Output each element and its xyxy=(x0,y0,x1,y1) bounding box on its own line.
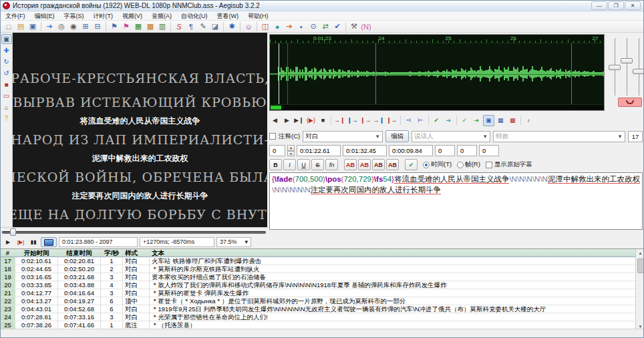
cell-num[interactable]: 23 xyxy=(1,305,15,313)
secondary-marker-1[interactable] xyxy=(375,43,376,104)
play-button[interactable]: ▶ xyxy=(3,237,13,247)
new-file-icon[interactable]: □ xyxy=(3,21,15,32)
menu-item-6[interactable]: 自动化(U) xyxy=(176,11,212,20)
stop-icon[interactable]: ■ xyxy=(317,115,329,126)
secondary-marker-2[interactable] xyxy=(571,43,572,104)
cell-end[interactable]: 0:03:43.88 xyxy=(58,281,101,289)
duration-field[interactable]: 0:00:09.84 xyxy=(389,145,433,156)
outline-color-button[interactable]: AB xyxy=(372,159,385,170)
layer-stepper[interactable]: ▲▼ xyxy=(287,145,295,156)
cell-text[interactable]: 资本家收买的奸细点燃了我们的石油储备 xyxy=(150,273,644,281)
cell-text[interactable]: 火车站 铁路修理厂和列车遭到爆炸袭击 xyxy=(150,257,644,265)
macro-n-icon[interactable]: (N) xyxy=(360,21,372,32)
cell-text[interactable]: ＊光荣属于那些牺牲在革命岗位上的人们! xyxy=(150,313,644,321)
table-row[interactable]: 190:03:16.650:03:21.683对白资本家收买的奸细点燃了我们的石… xyxy=(1,273,644,281)
cell-start[interactable]: 0:03:16.65 xyxy=(15,273,58,281)
subtitle-text-editor[interactable]: {\fade(700,500)\pos(720,729)\fs54}将流血受难的… xyxy=(269,172,643,230)
cell-start[interactable]: 0:04:43.01 xyxy=(15,305,58,313)
grid-scroll-thumb[interactable] xyxy=(637,259,644,273)
properties-icon[interactable]: ⚑ xyxy=(108,21,120,32)
end-time-field[interactable]: 0:01:32.45 xyxy=(343,145,387,156)
table-row[interactable]: 170:02:10.610:02:20.811对白火车站 铁路修理厂和列车遭到爆… xyxy=(1,257,644,265)
styling-assistant-icon[interactable]: S xyxy=(173,21,185,32)
commit-button[interactable]: ✔ xyxy=(405,159,418,170)
margin-left-field[interactable]: 0 xyxy=(435,145,455,156)
video-zoom-select[interactable]: 37.5%▾ xyxy=(216,237,251,247)
jump-video-icon[interactable]: ● xyxy=(271,21,283,32)
save-file-icon[interactable]: ▣ xyxy=(27,21,39,32)
title-bar[interactable]: История гражданской войны (1922) WEB-DL … xyxy=(1,1,643,11)
video-seek-track[interactable] xyxy=(2,231,266,234)
cell-end[interactable]: 0:04:19.27 xyxy=(58,297,101,305)
play-500-after-icon[interactable]: ❙→ xyxy=(347,115,359,126)
cell-num[interactable]: 18 xyxy=(1,265,15,273)
translation-assistant-icon[interactable]: ¶ xyxy=(185,21,197,32)
time-radio[interactable]: 时间(T) xyxy=(423,160,452,169)
play-last-500-icon[interactable]: →❙ xyxy=(373,115,385,126)
paste-over-icon[interactable]: ◪ xyxy=(209,21,221,32)
vertical-zoom-slider[interactable] xyxy=(627,38,627,96)
commit-icon[interactable]: ✔ xyxy=(431,115,442,126)
shift-selection-icon[interactable]: ➔ xyxy=(283,21,295,32)
cell-end[interactable]: 0:04:52.68 xyxy=(58,305,101,313)
scroll-right-icon[interactable]: ▶ xyxy=(281,115,293,126)
play-to-end-icon[interactable]: ❙↔ xyxy=(385,115,398,126)
table-row[interactable]: 200:03:33.850:03:43.884对白＊敌人炸毁了我们的弹药库和移动… xyxy=(1,281,644,289)
table-row[interactable]: 240:07:28.810:07:33.163对白＊光荣属于那些牺牲在革命岗位上… xyxy=(1,313,644,321)
clip-tool-icon[interactable]: ▭ xyxy=(1,91,12,101)
cell-end[interactable]: 0:07:41.66 xyxy=(58,321,101,329)
find-icon[interactable]: ◎ xyxy=(55,21,67,32)
menu-item-0[interactable]: 文件(F) xyxy=(1,11,30,20)
auto-next-icon[interactable]: ➔ xyxy=(471,115,482,126)
shift-times-icon[interactable]: ✎ xyxy=(197,21,209,32)
table-row[interactable]: 220:04:13.270:04:19.276顶中＊霍登卡（＊Ходынка＊）… xyxy=(1,297,644,305)
cell-cps[interactable]: 2 xyxy=(101,265,123,273)
cell-start[interactable]: 0:04:12.77 xyxy=(15,289,58,297)
cell-num[interactable]: 24 xyxy=(1,313,15,321)
comment-checkbox[interactable] xyxy=(269,133,276,140)
font-button[interactable]: fn xyxy=(325,159,338,170)
cell-cps[interactable]: 6 xyxy=(101,305,123,313)
selection-start-marker[interactable] xyxy=(287,43,288,104)
cell-text[interactable]: ＊霍登卡（＊Ходынка＊）是位于旧莫斯科城郊外的一片原野，现已成为莫斯科市的… xyxy=(150,297,644,305)
scroll-left-icon[interactable]: ◀ xyxy=(269,115,281,126)
menu-item-1[interactable]: 编辑(E) xyxy=(30,11,59,20)
audio-timeline[interactable]: 0:01:2324252627 xyxy=(270,35,604,43)
video-seek-bar[interactable] xyxy=(1,227,267,236)
cell-text[interactable]: ＊莫斯科的库尔斯克铁路车站遭到纵火 xyxy=(150,265,644,273)
cell-num[interactable]: 19 xyxy=(1,273,15,281)
cell-start[interactable]: 0:03:33.85 xyxy=(15,281,58,289)
grid-header-3[interactable]: 字/秒 xyxy=(101,249,123,257)
goto-selection-icon[interactable]: ➔ xyxy=(443,115,454,126)
cell-start[interactable]: 0:07:28.81 xyxy=(15,313,58,321)
cell-style[interactable]: 底注 xyxy=(123,321,150,329)
color-scheme-icon[interactable]: ▩ xyxy=(507,115,518,126)
audio-commit-icon[interactable]: ◫ xyxy=(259,21,271,32)
grid-header-5[interactable]: 文本 xyxy=(150,249,644,257)
actor-select[interactable]: 说话人▼ xyxy=(412,131,490,142)
inactive-line-marker[interactable] xyxy=(279,43,279,104)
cell-style[interactable]: 对白 xyxy=(123,305,150,313)
cell-style[interactable]: 对白 xyxy=(123,273,150,281)
auto-commit-icon[interactable]: ✓ xyxy=(459,115,470,126)
cell-end[interactable]: 0:02:20.81 xyxy=(58,257,101,265)
video-seek-thumb[interactable] xyxy=(10,228,16,236)
cell-num[interactable]: 21 xyxy=(1,289,15,297)
grid-scrollbar[interactable]: ▲ ▼ xyxy=(635,249,644,331)
cell-end[interactable]: 0:03:21.68 xyxy=(58,273,101,281)
karaoke-mode-icon[interactable]: ♪ xyxy=(523,115,534,126)
cell-end[interactable]: 0:02:50.20 xyxy=(58,265,101,273)
styles-manager-icon[interactable]: ⚑ xyxy=(120,21,132,32)
play-line-button[interactable]: [▶] xyxy=(15,237,26,247)
attachments-icon[interactable]: ▦ xyxy=(132,21,144,32)
cell-text[interactable]: ＊莫斯科的霍登卡 弹药库发生爆炸 xyxy=(150,289,644,297)
cell-style[interactable]: 对白 xyxy=(123,257,150,265)
menu-item-8[interactable]: 帮助(H) xyxy=(243,11,273,20)
spectrum-mode-icon[interactable]: ▦ xyxy=(495,115,506,126)
edit-style-button[interactable]: 编辑 xyxy=(385,130,409,142)
minimal-view-icon[interactable]: ▪ xyxy=(295,21,307,32)
underline-button[interactable]: U xyxy=(297,159,310,170)
lead-in-icon[interactable]: ⊣ xyxy=(403,115,414,126)
volume-slider[interactable] xyxy=(639,38,639,96)
cell-cps[interactable]: 1 xyxy=(101,257,123,265)
